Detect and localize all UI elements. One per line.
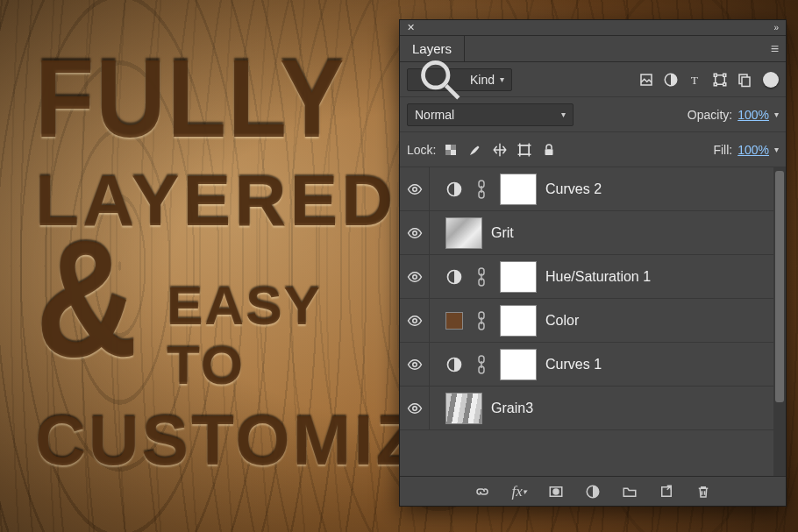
panel-titlebar: ✕ » — [400, 20, 786, 36]
layer-mask-thumbnail[interactable] — [500, 305, 537, 337]
svg-rect-14 — [451, 145, 456, 150]
svg-point-37 — [412, 362, 417, 366]
layer-mask-thumbnail[interactable] — [500, 174, 537, 205]
adjustment-icon — [445, 356, 463, 373]
layers-panel: ✕ » Layers ≡ Kind ▾ T Normal ▾ Opacity: … — [399, 19, 787, 507]
visibility-toggle[interactable] — [400, 387, 430, 429]
filter-toggle[interactable] — [763, 72, 779, 88]
svg-point-27 — [412, 231, 417, 235]
layer-row[interactable]: Curves 2 — [400, 167, 786, 211]
adjustment-icon — [445, 268, 463, 286]
engraved-text-easy: EASY — [167, 280, 322, 332]
fill-label: Fill: — [713, 143, 732, 157]
svg-rect-12 — [445, 145, 451, 150]
opacity-label: Opacity: — [688, 108, 732, 122]
layer-thumbnail[interactable] — [445, 393, 482, 424]
filter-type-icon[interactable]: T — [686, 70, 705, 89]
new-layer-icon[interactable] — [658, 483, 675, 500]
new-adjustment-icon[interactable] — [584, 483, 602, 500]
blend-row: Normal ▾ Opacity: 100% ▾ — [400, 97, 786, 132]
filter-kind-select[interactable]: Kind ▾ — [407, 68, 512, 91]
lock-all-icon[interactable] — [539, 140, 559, 160]
layer-mask-thumbnail[interactable] — [500, 349, 537, 380]
panel-menu-icon[interactable]: ≡ — [764, 36, 786, 61]
chevron-down-icon[interactable]: ▾ — [774, 110, 779, 119]
lock-row: Lock: Fill: 100% ▾ — [400, 132, 786, 167]
layer-body: Curves 1 — [430, 349, 770, 380]
lock-transparency-icon[interactable] — [441, 140, 460, 160]
mask-link-icon[interactable] — [472, 351, 491, 378]
layer-body: Grit — [430, 217, 770, 249]
new-group-icon[interactable] — [621, 483, 638, 500]
visibility-toggle[interactable] — [400, 255, 430, 298]
layer-row[interactable]: Grit — [400, 211, 786, 255]
visibility-toggle[interactable] — [400, 343, 430, 386]
layer-name[interactable]: Hue/Saturation 1 — [545, 269, 651, 285]
svg-rect-11 — [742, 77, 750, 87]
svg-rect-9 — [723, 82, 726, 85]
filter-row: Kind ▾ T — [400, 62, 786, 97]
layer-style-icon[interactable]: fx▾ — [510, 483, 528, 500]
chevron-down-icon: ▾ — [561, 110, 566, 119]
layer-name[interactable]: Color — [545, 313, 579, 329]
filter-adjustment-icon[interactable] — [661, 70, 680, 89]
layer-body: Color — [430, 305, 770, 337]
layer-row[interactable]: Hue/Saturation 1 — [400, 255, 786, 299]
fill-value[interactable]: 100% — [737, 143, 769, 157]
chevron-down-icon: ▾ — [500, 74, 504, 84]
opacity-value[interactable]: 100% — [737, 108, 769, 122]
lock-label: Lock: — [407, 143, 436, 157]
layer-body: Hue/Saturation 1 — [430, 261, 770, 293]
svg-rect-2 — [641, 74, 652, 85]
layer-mask-thumbnail[interactable] — [500, 261, 537, 293]
mask-link-icon[interactable] — [472, 264, 491, 290]
panel-footer: fx▾ — [400, 476, 786, 506]
layer-row[interactable]: Curves 1 — [400, 343, 786, 387]
collapse-icon[interactable]: » — [770, 23, 782, 32]
link-layers-icon[interactable] — [474, 483, 491, 500]
svg-rect-6 — [714, 74, 716, 76]
svg-point-0 — [423, 63, 447, 88]
svg-rect-7 — [723, 74, 726, 76]
mask-link-icon[interactable] — [472, 176, 491, 202]
engraved-text-fully: FULLY — [35, 46, 346, 151]
filter-smartobject-icon[interactable] — [735, 70, 754, 89]
layer-thumbnail[interactable] — [445, 217, 482, 249]
scrollbar[interactable] — [773, 167, 786, 476]
blend-mode-select[interactable]: Normal ▾ — [407, 103, 574, 126]
filter-shape-icon[interactable] — [710, 70, 730, 89]
svg-point-44 — [553, 489, 559, 494]
scrollbar-thumb[interactable] — [775, 171, 784, 402]
visibility-toggle[interactable] — [400, 167, 430, 210]
svg-rect-21 — [545, 149, 553, 155]
delete-layer-icon[interactable] — [695, 483, 712, 500]
svg-rect-15 — [445, 150, 451, 155]
filter-kind-label: Kind — [470, 73, 495, 87]
layer-row[interactable]: Color — [400, 299, 786, 343]
blend-mode-value: Normal — [415, 108, 454, 122]
layer-name[interactable]: Curves 2 — [545, 181, 602, 197]
layer-name[interactable]: Grain3 — [491, 401, 533, 416]
filter-pixel-icon[interactable] — [637, 70, 656, 89]
lock-artboard-icon[interactable] — [515, 140, 534, 160]
lock-paint-icon[interactable] — [466, 140, 485, 160]
svg-rect-8 — [714, 82, 716, 85]
layer-name[interactable]: Grit — [491, 225, 514, 241]
lock-position-icon[interactable] — [490, 140, 509, 160]
layer-row[interactable]: Grain3 — [400, 387, 786, 430]
solid-fill-icon — [445, 312, 463, 330]
layer-body: Grain3 — [430, 393, 770, 424]
layers-list: Curves 2GritHue/Saturation 1ColorCurves … — [400, 167, 786, 476]
svg-line-1 — [446, 86, 459, 98]
close-icon[interactable]: ✕ — [403, 22, 418, 33]
layer-body: Curves 2 — [430, 174, 770, 205]
visibility-toggle[interactable] — [400, 211, 430, 254]
svg-point-42 — [412, 406, 417, 410]
mask-link-icon[interactable] — [472, 308, 491, 334]
add-mask-icon[interactable] — [547, 483, 565, 500]
chevron-down-icon[interactable]: ▾ — [774, 145, 779, 154]
adjustment-icon — [445, 181, 463, 198]
layer-name[interactable]: Curves 1 — [545, 357, 602, 372]
visibility-toggle[interactable] — [400, 299, 430, 342]
svg-point-28 — [412, 274, 417, 279]
